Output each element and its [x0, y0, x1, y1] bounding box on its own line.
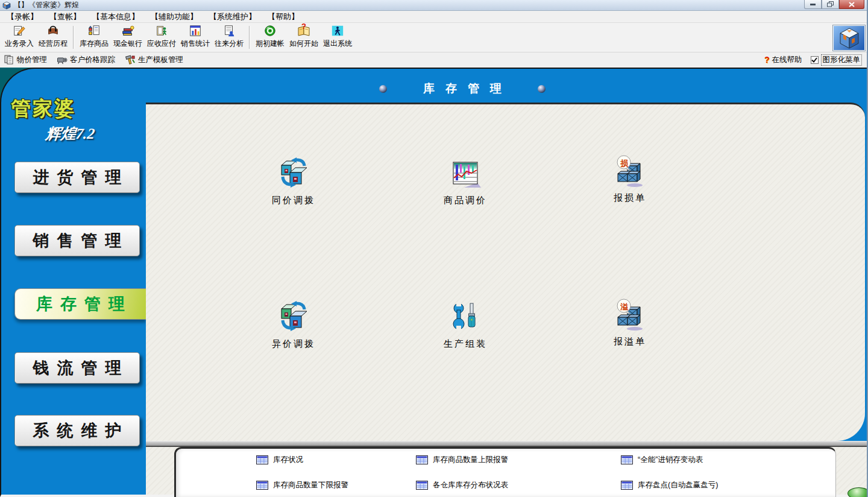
menu-basic-info[interactable]: 【基本信息】 — [89, 11, 142, 23]
reports-panel: 库存状况 库存商品数 — [174, 447, 836, 497]
report-label: 库存商品数量下限报警 — [273, 480, 348, 490]
grid-item-label: 生产组装 — [444, 338, 487, 350]
toolbar-business-entry[interactable]: 业务录入 — [2, 24, 36, 51]
grid-item-diff-price-transfer[interactable]: 异价调拨 — [257, 301, 330, 350]
subtoolbar-right: ? 在线帮助 图形化菜单 — [764, 53, 862, 66]
toolbar-label: 退出系统 — [323, 39, 352, 49]
report-lower-limit-alarm[interactable]: 库存商品数量下限报警 — [256, 480, 348, 490]
question-mark-icon: ? — [764, 55, 770, 65]
tools-icon — [125, 54, 136, 65]
menu-help[interactable]: 【帮助】 — [265, 11, 302, 23]
boxes-loss-icon — [613, 155, 647, 189]
table-report-icon — [256, 481, 268, 490]
sidebar-item-label: 销售管理 — [25, 230, 130, 252]
report-label: 库存盘点(自动盘赢盘亏) — [638, 480, 718, 490]
subtoolbar-price-management[interactable]: 物价管理 — [4, 54, 47, 65]
toolbar-label: 应收应付 — [147, 39, 176, 49]
menu-record[interactable]: 【录帐】 — [4, 11, 41, 23]
graphical-menu-label: 图形化菜单 — [821, 54, 863, 66]
menu-query[interactable]: 【查帐】 — [46, 11, 84, 23]
report-almighty-change-table[interactable]: “全能”进销存变动表 — [621, 455, 703, 465]
app-window: 【】《管家婆》辉煌 【录帐】 【查帐】 【基本信息】 【辅助功能】 【系统维护】 — [0, 0, 868, 497]
blue-page: 库存管理 管家婆 辉煌7.2 进货管理 销售管理 库存管理 钱流管理 系统维护 — [0, 68, 867, 497]
toolbar-exit-system[interactable]: 退出系统 — [321, 24, 354, 51]
menu-system-maintenance[interactable]: 【系统维护】 — [206, 11, 259, 23]
online-help-button[interactable]: ? 在线帮助 — [764, 55, 802, 65]
sidebar-item-label: 库存管理 — [28, 293, 133, 315]
grid-item-same-price-transfer[interactable]: 同价调拨 — [257, 157, 330, 206]
report-stocktaking[interactable]: 库存盘点(自动盘赢盘亏) — [621, 480, 718, 490]
window-controls — [804, 0, 864, 9]
toolbar-label: 期初建帐 — [256, 39, 285, 49]
sidebar-item-sales[interactable]: 销售管理 — [14, 225, 140, 256]
question-glyph: ? — [301, 22, 306, 31]
page-header: 库存管理 — [327, 80, 598, 98]
graphical-menu-checkbox[interactable] — [811, 56, 819, 64]
brand-version: 辉煌7.2 — [45, 124, 138, 144]
toolbar-receivable-payable[interactable]: 应收应付 — [145, 24, 178, 51]
toolbar-how-to-start[interactable]: ? 如何开始 — [287, 24, 321, 51]
bottom-region: 库存状况 库存商品数 — [146, 441, 867, 495]
grid-item-label: 报溢单 — [614, 336, 646, 347]
restore-button[interactable] — [822, 0, 839, 9]
toolbar-label: 现金银行 — [113, 39, 142, 49]
subtoolbar-label: 生产模板管理 — [138, 55, 183, 65]
minimize-icon — [810, 4, 816, 5]
toolbar-separator — [249, 26, 250, 49]
sidebar-item-label: 系统维护 — [25, 420, 130, 442]
toolbar-separator — [73, 26, 74, 49]
cube-logo-icon — [838, 27, 860, 49]
table-report-icon — [256, 455, 268, 464]
toolbar-label: 往来分析 — [215, 39, 244, 49]
toolbar-label: 库存商品 — [80, 39, 108, 49]
document-person-icon — [222, 24, 236, 37]
sidebar-item-cashflow[interactable]: 钱流管理 — [14, 352, 140, 384]
toolbar-sales-stats[interactable]: 销售统计 — [178, 24, 212, 51]
warehouse-swap-icon — [277, 157, 310, 191]
inventory-boxes-icon — [87, 24, 101, 37]
sub-toolbar: 物价管理 客户价格跟踪 生产模板管理 ? 在线帮助 — [0, 53, 867, 66]
sidebar-item-purchase[interactable]: 进货管理 — [14, 162, 140, 193]
toolbar-operation-history[interactable]: 经营历程 — [36, 24, 70, 51]
graphical-menu-toggle[interactable]: 图形化菜单 — [811, 54, 863, 66]
green-orb-decoration — [848, 487, 868, 497]
boxes-overflow-icon — [613, 299, 647, 332]
toolbar-inventory-goods[interactable]: 库存商品 — [77, 24, 111, 51]
subtoolbar-production-template[interactable]: 生产模板管理 — [125, 54, 183, 65]
sphere-icon — [538, 85, 546, 93]
overflow-badge: 溢 — [620, 302, 629, 312]
report-warehouse-distribution[interactable]: 各仓库库存分布状况表 — [416, 480, 508, 490]
toolbar-contact-analysis[interactable]: 往来分析 — [212, 24, 246, 51]
close-button[interactable] — [839, 0, 864, 9]
report-upper-limit-alarm[interactable]: 库存商品数量上限报警 — [416, 455, 508, 465]
grid-item-label: 同价调拨 — [272, 195, 315, 206]
sidebar-item-label: 钱流管理 — [25, 357, 130, 379]
report-label: 库存商品数量上限报警 — [433, 455, 508, 465]
report-label: “全能”进销存变动表 — [638, 455, 703, 465]
subtoolbar-customer-price-tracking[interactable]: 客户价格跟踪 — [57, 54, 115, 65]
toolbar-cash-bank[interactable]: 现金银行 — [111, 24, 145, 51]
minimize-button[interactable] — [804, 0, 822, 9]
report-inventory-status[interactable]: 库存状况 — [256, 455, 303, 465]
brand-name: 管家婆 — [11, 95, 137, 122]
app-icon — [2, 1, 11, 10]
brand-logo: 管家婆 辉煌7.2 — [11, 95, 137, 144]
price-chart-icon — [448, 157, 482, 191]
toolbar-label: 如何开始 — [289, 39, 318, 49]
toolbar-label: 销售统计 — [181, 39, 210, 49]
table-report-icon — [621, 481, 633, 490]
bottom-background: 库存状况 库存商品数 — [146, 447, 867, 495]
brand-cube-logo — [832, 25, 866, 51]
grid-item-overflow-note[interactable]: 溢 报溢单 — [594, 299, 666, 347]
toolbar-label: 业务录入 — [5, 39, 34, 49]
sidebar-item-inventory[interactable]: 库存管理 — [14, 288, 146, 320]
grid-item-loss-note[interactable]: 损 报损单 — [594, 155, 666, 204]
separator-band — [146, 441, 867, 447]
toolbar-initial-account[interactable]: 期初建帐 — [253, 24, 287, 51]
menu-aux-functions[interactable]: 【辅助功能】 — [148, 11, 201, 23]
subtoolbar-label: 物价管理 — [17, 55, 47, 65]
grid-item-price-adjust[interactable]: 商品调价 — [429, 157, 502, 206]
ledger-stack-icon — [121, 24, 135, 37]
grid-item-production-assembly[interactable]: 生产组装 — [429, 301, 502, 350]
sidebar-item-system[interactable]: 系统维护 — [14, 415, 140, 446]
